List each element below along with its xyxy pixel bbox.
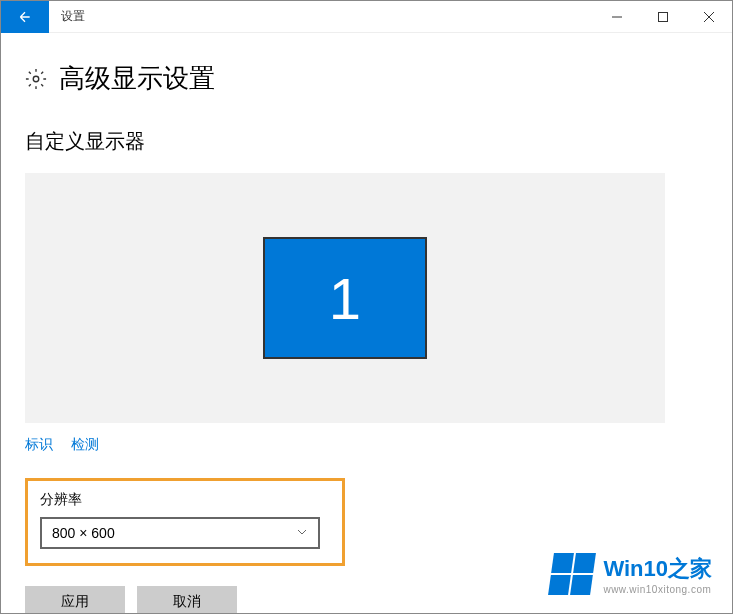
resolution-selected-value: 800 × 600 xyxy=(52,525,115,541)
page-header: 高级显示设置 xyxy=(25,61,708,96)
resolution-dropdown[interactable]: 800 × 600 xyxy=(40,517,320,549)
identify-link[interactable]: 标识 xyxy=(25,436,53,452)
svg-point-4 xyxy=(33,76,39,82)
titlebar: 设置 xyxy=(1,1,732,33)
close-button[interactable] xyxy=(686,1,732,33)
windows-logo-icon xyxy=(548,553,596,595)
maximize-button[interactable] xyxy=(640,1,686,33)
resolution-label: 分辨率 xyxy=(40,491,330,509)
content-area: 高级显示设置 自定义显示器 1 标识 检测 分辨率 800 × 600 应用 取… xyxy=(1,33,732,614)
back-button[interactable] xyxy=(1,1,49,33)
chevron-down-icon xyxy=(296,524,308,542)
minimize-icon xyxy=(612,12,622,22)
display-number: 1 xyxy=(329,265,361,332)
minimize-button[interactable] xyxy=(594,1,640,33)
maximize-icon xyxy=(658,12,668,22)
display-monitor-1[interactable]: 1 xyxy=(263,237,427,359)
app-title: 设置 xyxy=(61,8,85,25)
window-controls xyxy=(594,1,732,33)
section-title: 自定义显示器 xyxy=(25,128,708,155)
watermark-brand: Win10之家 xyxy=(603,554,712,584)
svg-rect-1 xyxy=(659,12,668,21)
detect-link[interactable]: 检测 xyxy=(71,436,99,452)
display-preview-area: 1 xyxy=(25,173,665,423)
watermark-text: Win10之家 www.win10xitong.com xyxy=(603,554,712,595)
apply-button[interactable]: 应用 xyxy=(25,586,125,614)
watermark-url: www.win10xitong.com xyxy=(603,584,712,595)
display-links: 标识 检测 xyxy=(25,435,708,454)
watermark: Win10之家 www.win10xitong.com xyxy=(551,553,712,595)
gear-icon xyxy=(25,68,47,90)
resolution-section: 分辨率 800 × 600 xyxy=(25,478,345,566)
arrow-left-icon xyxy=(17,9,33,25)
cancel-button[interactable]: 取消 xyxy=(137,586,237,614)
close-icon xyxy=(704,12,714,22)
page-title: 高级显示设置 xyxy=(59,61,215,96)
